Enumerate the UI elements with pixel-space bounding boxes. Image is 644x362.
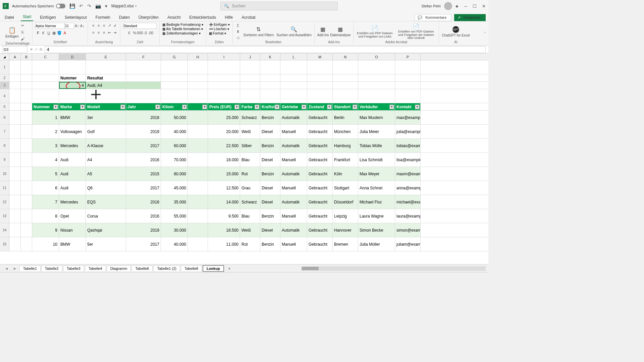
- orientation-icon[interactable]: ↗: [107, 23, 112, 28]
- filter-icon[interactable]: ▾: [155, 105, 160, 109]
- td-modell[interactable]: Golf: [86, 125, 126, 138]
- cell[interactable]: [9, 139, 21, 153]
- cell[interactable]: [9, 181, 21, 195]
- rowhdr-2[interactable]: 2: [0, 74, 9, 81]
- colhdr-G[interactable]: G: [161, 54, 188, 60]
- sheet-nav-prev-icon[interactable]: ◄: [3, 266, 10, 270]
- cell[interactable]: [32, 60, 59, 74]
- td-verk[interactable]: Lisa Schmidt: [358, 153, 395, 167]
- fill-color-icon[interactable]: 🪣: [57, 31, 62, 36]
- td-preis[interactable]: 15.000: [208, 167, 240, 181]
- tab-entwicklertools[interactable]: Entwicklertools: [187, 14, 218, 21]
- tab-ueberpruefen[interactable]: Überprüfen: [137, 14, 161, 21]
- close-icon[interactable]: ✕: [482, 4, 486, 9]
- filter-icon[interactable]: ▾: [120, 105, 125, 109]
- cell[interactable]: [161, 89, 188, 103]
- td-zustand[interactable]: Gebraucht: [307, 167, 333, 181]
- th-jahr[interactable]: Jahr▾: [126, 103, 161, 110]
- align-bottom-icon[interactable]: ≡: [101, 23, 107, 28]
- td-farbe[interactable]: Rot: [240, 167, 260, 181]
- dec-inc-icon[interactable]: .0: [143, 30, 148, 36]
- decrease-font-icon[interactable]: A↓: [79, 23, 85, 28]
- cell[interactable]: [21, 181, 32, 195]
- cell[interactable]: [21, 103, 32, 110]
- filename[interactable]: Mappe3.xlsx: [111, 4, 134, 8]
- td-nummer[interactable]: 7: [32, 195, 59, 209]
- filter-icon[interactable]: ▾: [327, 105, 332, 109]
- td-preis[interactable]: 20.000: [208, 125, 240, 138]
- td-modell[interactable]: A4: [86, 153, 126, 167]
- td-nummer[interactable]: 3: [32, 139, 59, 153]
- lookup-header-nummer[interactable]: Nummer: [59, 74, 86, 81]
- tab-daten[interactable]: Daten: [117, 14, 132, 21]
- cell[interactable]: [59, 60, 86, 74]
- td-zustand[interactable]: Gebraucht: [307, 209, 333, 223]
- td-kontakt[interactable]: maxm@example.com: [395, 167, 421, 181]
- sum-icon[interactable]: Σ: [235, 23, 241, 28]
- cell[interactable]: [280, 60, 307, 74]
- td-zustand[interactable]: Gebraucht: [307, 181, 333, 195]
- td-modell[interactable]: Qashqai: [86, 223, 126, 237]
- cell[interactable]: [358, 74, 395, 81]
- cell[interactable]: [307, 74, 333, 81]
- colhdr-P[interactable]: P: [395, 54, 421, 60]
- cell[interactable]: [395, 74, 421, 81]
- th-kontakt[interactable]: Kontakt▾: [395, 103, 421, 110]
- cell[interactable]: [86, 89, 126, 103]
- td-kraft[interactable]: Benzin: [260, 139, 280, 153]
- border-icon[interactable]: ▦: [51, 31, 57, 36]
- td-kraft[interactable]: Diesel: [260, 223, 280, 237]
- td-nummer[interactable]: 2: [32, 125, 59, 138]
- sort-filter-button[interactable]: ⇅Sortieren und Filtern: [244, 26, 274, 37]
- sheettab-tabelle4[interactable]: Tabelle4: [85, 265, 106, 271]
- cell[interactable]: [395, 82, 421, 89]
- copy-icon[interactable]: ⎘: [20, 29, 25, 35]
- delete-cells-button[interactable]: ➖ Löschen ▾: [209, 27, 229, 31]
- filter-icon[interactable]: ▾: [234, 105, 239, 109]
- filter-icon[interactable]: ▾: [353, 105, 357, 109]
- addins-button[interactable]: ▦Add-Ins: [317, 26, 329, 37]
- cell[interactable]: [208, 82, 240, 89]
- align-right-icon[interactable]: ≡: [101, 30, 107, 35]
- cell[interactable]: [208, 74, 240, 81]
- cell[interactable]: [188, 125, 208, 138]
- sheet-nav-next-icon[interactable]: ►: [11, 266, 19, 270]
- td-marke[interactable]: BMW: [59, 237, 86, 251]
- cell[interactable]: [21, 60, 32, 74]
- td-standort[interactable]: Bremen: [333, 237, 358, 251]
- rowhdr-4[interactable]: 4: [0, 89, 9, 103]
- td-zustand[interactable]: Gebraucht: [307, 139, 333, 153]
- cell[interactable]: [126, 74, 161, 81]
- data-analysis-button[interactable]: ▦Datenanalyse: [330, 26, 351, 37]
- td-kontakt[interactable]: laura@example.com: [395, 209, 421, 223]
- find-select-button[interactable]: 🔍Suchen und Auswählen: [276, 26, 312, 37]
- td-farbe[interactable]: Weiß: [240, 125, 260, 138]
- td-kraft[interactable]: Benzin: [260, 111, 280, 124]
- comments-button[interactable]: 💬 Kommentare: [415, 14, 451, 21]
- diamond-icon[interactable]: ◈: [455, 4, 458, 8]
- sheettab-lookup[interactable]: Lookup: [203, 265, 224, 272]
- align-top-icon[interactable]: ≡: [91, 23, 96, 28]
- increase-font-icon[interactable]: A↑: [74, 23, 79, 28]
- td-nummer[interactable]: 8: [32, 209, 59, 223]
- currency-icon[interactable]: €: [126, 30, 132, 36]
- td-km[interactable]: 70.000: [161, 153, 188, 167]
- indent-dec-icon[interactable]: ⇤: [107, 30, 112, 35]
- cell[interactable]: [395, 89, 421, 103]
- td-kraft[interactable]: Diesel: [260, 181, 280, 195]
- td-km[interactable]: 45.000: [161, 181, 188, 195]
- td-nummer[interactable]: 5: [32, 167, 59, 181]
- cell[interactable]: [21, 111, 32, 124]
- td-jahr[interactable]: 2017: [126, 237, 161, 251]
- td-jahr[interactable]: 2017: [126, 139, 161, 153]
- th-standort[interactable]: Standort▾: [333, 103, 358, 110]
- cell[interactable]: [307, 60, 333, 74]
- td-modell[interactable]: 5er: [86, 237, 126, 251]
- filter-icon[interactable]: ▾: [53, 105, 58, 109]
- add-sheet-icon[interactable]: +: [225, 266, 234, 271]
- td-zustand[interactable]: Gebraucht: [307, 125, 333, 138]
- cell[interactable]: [21, 195, 32, 209]
- td-kraft[interactable]: Benzin: [260, 209, 280, 223]
- cell[interactable]: [240, 82, 260, 89]
- paste-button[interactable]: 📋Einfügen: [5, 26, 18, 38]
